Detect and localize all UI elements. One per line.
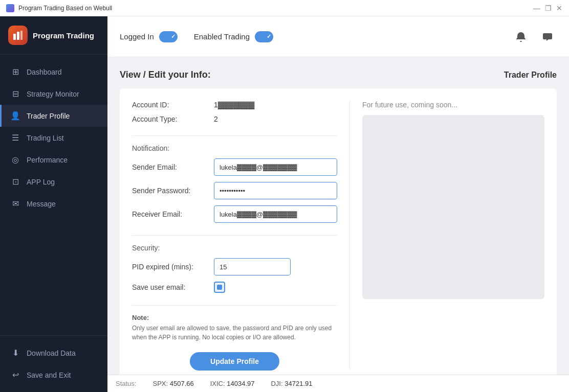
sender-password-row: Sender Password: (132, 182, 337, 199)
maximize-button[interactable]: ❐ (544, 5, 552, 12)
account-id-row: Account ID: 1▓▓▓▓▓▓▓ (132, 101, 337, 109)
page-header: View / Edit your Info: Trader Profile (120, 70, 557, 80)
logged-in-toggle[interactable]: ✓ (159, 31, 178, 42)
right-panel: For future use, coming soon... (350, 101, 544, 371)
sidebar-item-trader-profile[interactable]: 👤 Trader Profile (0, 105, 107, 127)
statusbar: Status: SPX: 4507.66 IXIC: 14034.97 DJI:… (107, 375, 569, 392)
account-id-value: 1▓▓▓▓▓▓▓ (214, 101, 254, 109)
header: Logged In ✓ Enabled Trading ✓ (107, 16, 569, 57)
download-icon: ⬇ (10, 348, 20, 358)
sidebar-item-dashboard[interactable]: ⊞ Dashboard (0, 61, 107, 83)
divider-3 (132, 305, 337, 306)
exit-icon: ↩ (10, 370, 20, 380)
svg-rect-1 (17, 32, 19, 40)
sender-email-row: Sender Email: (132, 158, 337, 176)
brand-icon (8, 26, 28, 45)
app-icon (6, 4, 14, 12)
sidebar-item-label: Performance (27, 156, 68, 164)
titlebar-left: Program Trading Based on Webull (6, 4, 112, 12)
save-email-checkbox[interactable] (214, 282, 225, 293)
note-text: Only user email are allowed to save, the… (132, 324, 337, 342)
sidebar-item-label: Trading List (27, 134, 64, 142)
strategy-monitor-icon: ⊟ (10, 89, 20, 99)
trader-profile-icon: 👤 (10, 111, 20, 121)
chat-button[interactable] (538, 28, 557, 46)
message-icon: ✉ (10, 199, 20, 209)
save-email-row: Save user email: (132, 282, 337, 293)
sidebar-item-label: Download Data (27, 349, 76, 357)
ixic-label: IXIC: (210, 380, 225, 387)
notification-label: Notification: (132, 144, 337, 152)
sidebar-item-message[interactable]: ✉ Message (0, 193, 107, 215)
ixic-value: 14034.97 (227, 380, 254, 387)
titlebar: Program Trading Based on Webull — ❐ ✕ (0, 0, 569, 16)
account-type-row: Account Type: 2 (132, 115, 337, 123)
status-label: Status: (116, 380, 144, 387)
sidebar-brand: Program Trading (0, 16, 107, 55)
minimize-button[interactable]: — (533, 5, 540, 12)
notification-section: Notification: Sender Email: Sender Passw… (132, 144, 337, 223)
sidebar-item-label: Dashboard (27, 68, 62, 76)
logged-in-label: Logged In (120, 32, 154, 41)
app-body: Program Trading ⊞ Dashboard ⊟ Strategy M… (0, 16, 569, 392)
page-title: View / Edit your Info: (120, 70, 211, 80)
sidebar-item-save-exit[interactable]: ↩ Save and Exit (0, 364, 107, 386)
sidebar-item-label: Save and Exit (27, 371, 71, 379)
sidebar-item-trading-list[interactable]: ☰ Trading List (0, 127, 107, 149)
window-controls: — ❐ ✕ (533, 5, 563, 12)
sidebar-item-label: Message (27, 200, 56, 208)
receiver-email-input[interactable] (214, 205, 337, 223)
divider-2 (132, 235, 337, 236)
dji-value: 34721.91 (284, 380, 312, 387)
sidebar-item-label: APP Log (27, 178, 55, 186)
titlebar-title: Program Trading Based on Webull (18, 5, 112, 12)
security-label: Security: (132, 244, 337, 252)
sidebar-item-strategy-monitor[interactable]: ⊟ Strategy Monitor (0, 83, 107, 105)
sender-password-label: Sender Password: (132, 187, 214, 195)
account-type-label: Account Type: (132, 115, 214, 123)
logged-in-toggle-group: Logged In ✓ (120, 31, 178, 42)
save-email-label: Save user email: (132, 283, 214, 291)
receiver-email-label: Receiver Email: (132, 210, 214, 218)
note-section: Note: Only user email are allowed to sav… (132, 314, 337, 342)
sender-email-label: Sender Email: (132, 163, 214, 171)
svg-rect-0 (13, 34, 16, 40)
account-info-section: Account ID: 1▓▓▓▓▓▓▓ Account Type: 2 (132, 101, 337, 123)
spx-label: SPX: (152, 380, 168, 387)
account-id-label: Account ID: (132, 101, 214, 109)
brand-name: Program Trading (33, 31, 94, 40)
sidebar-item-performance[interactable]: ◎ Performance (0, 149, 107, 171)
note-title: Note: (132, 314, 337, 321)
notification-button[interactable] (512, 28, 530, 46)
sidebar-item-app-log[interactable]: ⊡ APP Log (0, 171, 107, 193)
divider-1 (132, 135, 337, 136)
left-panel: Account ID: 1▓▓▓▓▓▓▓ Account Type: 2 Not… (132, 101, 350, 371)
header-left: Logged In ✓ Enabled Trading ✓ (120, 31, 273, 42)
sidebar-item-download-data[interactable]: ⬇ Download Data (0, 342, 107, 364)
spx-item: SPX: 4507.66 (144, 380, 202, 387)
pid-label: PID expired (mins): (132, 263, 214, 271)
sender-email-input[interactable] (214, 158, 337, 176)
spx-value: 4507.66 (170, 380, 194, 387)
sender-password-input[interactable] (214, 182, 337, 199)
toggle-checkmark: ✓ (267, 33, 271, 40)
sidebar-item-label: Strategy Monitor (27, 90, 79, 98)
pid-row: PID expired (mins): (132, 258, 337, 275)
header-icons (512, 28, 557, 46)
dji-label: DJI: (271, 380, 282, 387)
trader-profile-title: Trader Profile (504, 71, 557, 80)
toggle-checkmark: ✓ (171, 33, 176, 40)
enabled-trading-toggle[interactable]: ✓ (255, 31, 273, 42)
pid-input[interactable] (214, 258, 291, 275)
receiver-email-row: Receiver Email: (132, 205, 337, 223)
ixic-item: IXIC: 14034.97 (202, 380, 263, 387)
update-profile-button[interactable]: Update Profile (190, 352, 279, 371)
sidebar-bottom: ⬇ Download Data ↩ Save and Exit (0, 335, 107, 392)
close-button[interactable]: ✕ (556, 5, 563, 12)
main-area: Logged In ✓ Enabled Trading ✓ (107, 16, 569, 392)
app-log-icon: ⊡ (10, 177, 20, 187)
content-area: View / Edit your Info: Trader Profile Ac… (107, 57, 569, 375)
svg-rect-2 (20, 31, 23, 40)
account-type-value: 2 (214, 115, 218, 123)
right-image-placeholder (362, 115, 544, 299)
